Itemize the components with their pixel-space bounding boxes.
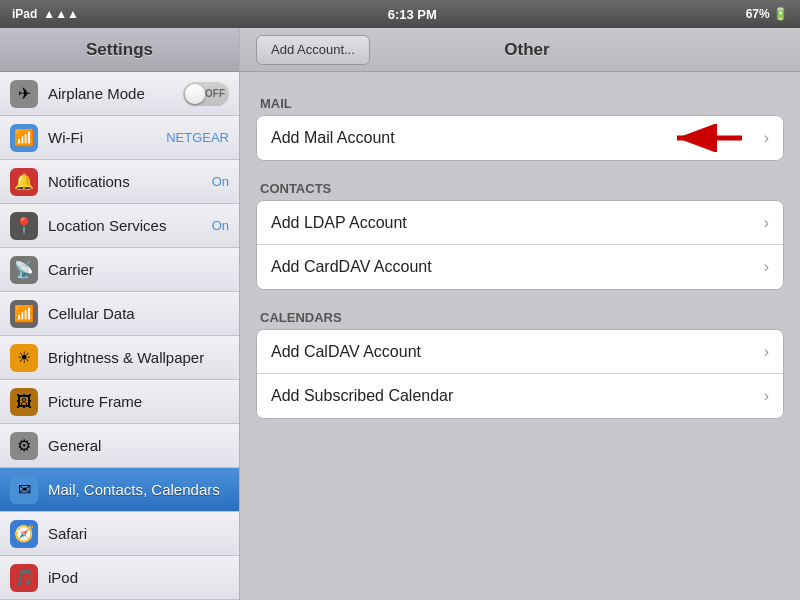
sidebar-item-mail-contacts-calendars[interactable]: ✉ Mail, Contacts, Calendars	[0, 468, 239, 512]
status-left: iPad ▲▲▲	[12, 7, 79, 21]
sidebar-item-label: Carrier	[48, 261, 229, 278]
airplane-mode-icon: ✈	[10, 80, 38, 108]
right-panel-title: Other	[504, 40, 549, 60]
cellular-icon: 📶	[10, 300, 38, 328]
location-icon: 📍	[10, 212, 38, 240]
add-account-button[interactable]: Add Account...	[256, 35, 370, 65]
brightness-icon: ☀	[10, 344, 38, 372]
right-header: Add Account... Other	[240, 28, 800, 72]
sidebar-item-label: Safari	[48, 525, 229, 542]
notifications-badge: On	[212, 174, 229, 189]
sidebar-item-label: Airplane Mode	[48, 85, 173, 102]
sidebar-title: Settings	[86, 40, 153, 60]
location-badge: On	[212, 218, 229, 233]
add-subscribed-calendar-row[interactable]: Add Subscribed Calendar ›	[257, 374, 783, 418]
sidebar-item-picture-frame[interactable]: 🖼 Picture Frame	[0, 380, 239, 424]
wifi-badge: NETGEAR	[166, 130, 229, 145]
ipad-label: iPad	[12, 7, 37, 21]
status-battery: 67% 🔋	[746, 7, 788, 21]
add-mail-account-row[interactable]: Add Mail Account ›	[257, 116, 783, 160]
sidebar-item-wifi[interactable]: 📶 Wi-Fi NETGEAR	[0, 116, 239, 160]
mail-icon: ✉	[10, 476, 38, 504]
toggle-label: OFF	[205, 88, 225, 99]
sidebar: Settings ✈ Airplane Mode OFF 📶 Wi-Fi NET…	[0, 28, 240, 600]
sidebar-item-location-services[interactable]: 📍 Location Services On	[0, 204, 239, 248]
safari-icon: 🧭	[10, 520, 38, 548]
notifications-icon: 🔔	[10, 168, 38, 196]
sidebar-item-label: General	[48, 437, 229, 454]
chevron-icon: ›	[764, 129, 769, 147]
chevron-icon: ›	[764, 387, 769, 405]
red-arrow	[667, 124, 747, 152]
add-carddav-account-label: Add CardDAV Account	[271, 258, 764, 276]
contacts-section-header: Contacts	[256, 173, 784, 200]
sidebar-item-label: Picture Frame	[48, 393, 229, 410]
chevron-icon: ›	[764, 258, 769, 276]
add-caldav-account-label: Add CalDAV Account	[271, 343, 764, 361]
sidebar-item-label: iPod	[48, 569, 229, 586]
mail-list-group: Add Mail Account ›	[256, 115, 784, 161]
add-ldap-account-label: Add LDAP Account	[271, 214, 764, 232]
add-ldap-account-row[interactable]: Add LDAP Account ›	[257, 201, 783, 245]
sidebar-header: Settings	[0, 28, 239, 72]
sidebar-item-label: Mail, Contacts, Calendars	[48, 481, 229, 498]
sidebar-item-safari[interactable]: 🧭 Safari	[0, 512, 239, 556]
sidebar-item-label: Brightness & Wallpaper	[48, 349, 229, 366]
calendars-list-group: Add CalDAV Account › Add Subscribed Cale…	[256, 329, 784, 419]
sidebar-item-notifications[interactable]: 🔔 Notifications On	[0, 160, 239, 204]
add-carddav-account-row[interactable]: Add CardDAV Account ›	[257, 245, 783, 289]
sidebar-item-label: Location Services	[48, 217, 202, 234]
contacts-list-group: Add LDAP Account › Add CardDAV Account ›	[256, 200, 784, 290]
sidebar-item-label: Wi-Fi	[48, 129, 156, 146]
picture-frame-icon: 🖼	[10, 388, 38, 416]
carrier-icon: 📡	[10, 256, 38, 284]
sidebar-item-general[interactable]: ⚙ General	[0, 424, 239, 468]
sidebar-item-airplane-mode[interactable]: ✈ Airplane Mode OFF	[0, 72, 239, 116]
sidebar-item-label: Cellular Data	[48, 305, 229, 322]
toggle-knob	[185, 84, 205, 104]
wifi-icon: 📶	[10, 124, 38, 152]
ipod-icon: 🎵	[10, 564, 38, 592]
status-bar: iPad ▲▲▲ 6:13 PM 67% 🔋	[0, 0, 800, 28]
sidebar-item-ipod[interactable]: 🎵 iPod	[0, 556, 239, 600]
sidebar-item-carrier[interactable]: 📡 Carrier	[0, 248, 239, 292]
general-icon: ⚙	[10, 432, 38, 460]
add-caldav-account-row[interactable]: Add CalDAV Account ›	[257, 330, 783, 374]
chevron-icon: ›	[764, 214, 769, 232]
sidebar-item-brightness[interactable]: ☀ Brightness & Wallpaper	[0, 336, 239, 380]
signal-icon: ▲▲▲	[43, 7, 79, 21]
right-panel: Add Account... Other Mail Add Mail Accou…	[240, 28, 800, 600]
status-time: 6:13 PM	[388, 7, 437, 22]
add-subscribed-calendar-label: Add Subscribed Calendar	[271, 387, 764, 405]
mail-section-header: Mail	[256, 88, 784, 115]
chevron-icon: ›	[764, 343, 769, 361]
main-container: Settings ✈ Airplane Mode OFF 📶 Wi-Fi NET…	[0, 28, 800, 600]
right-content: Mail Add Mail Account ›	[240, 72, 800, 447]
airplane-toggle[interactable]: OFF	[183, 82, 229, 106]
calendars-section-header: Calendars	[256, 302, 784, 329]
sidebar-item-label: Notifications	[48, 173, 202, 190]
sidebar-item-cellular-data[interactable]: 📶 Cellular Data	[0, 292, 239, 336]
